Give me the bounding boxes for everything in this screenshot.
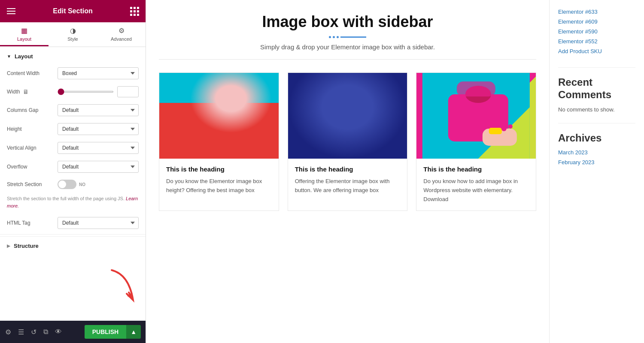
image-box-img-3 [416, 73, 536, 159]
layout-icon: ▦ [21, 27, 27, 35]
dot-small-1 [329, 36, 331, 38]
title-divider [159, 36, 536, 38]
overflow-label: Overflow [7, 164, 54, 170]
svg-point-10 [324, 81, 371, 133]
structure-section-title: Structure [14, 243, 39, 249]
main-content: Image box with sidebar Simply drag & dro… [146, 0, 644, 343]
grid-icon[interactable] [130, 7, 139, 16]
svg-rect-8 [294, 73, 401, 159]
panel-bottom-bar: ⚙ ☰ ↺ ⧉ 👁 PUBLISH ▲ [0, 321, 146, 343]
height-select[interactable]: Default Fit to Screen Min Height [58, 123, 139, 135]
stretch-toggle-container: NO [58, 180, 139, 189]
tab-style-label: Style [67, 36, 78, 42]
sidebar-link-3[interactable]: Elementor #590 [558, 28, 635, 35]
layout-section-title: Layout [15, 53, 33, 60]
image-box-img-2 [288, 73, 407, 159]
style-icon: ◑ [70, 27, 76, 35]
height-row: Height Default Fit to Screen Min Height [0, 120, 146, 138]
preview-bottom-icon[interactable]: 👁 [55, 328, 62, 336]
settings-bottom-icon[interactable]: ⚙ [5, 328, 11, 336]
structure-section-header[interactable]: ▶ Structure [0, 236, 146, 253]
image-box-content-3: This is the heading Do you know how to a… [416, 159, 536, 211]
toggle-off-label: NO [79, 182, 85, 187]
vertical-align-select[interactable]: Default Top Middle Bottom [58, 142, 139, 154]
image-box-3: This is the heading Do you know how to a… [416, 72, 536, 211]
svg-marker-7 [217, 90, 238, 114]
content-width-row: Content Width Boxed Full Width [0, 64, 146, 83]
height-label: Height [7, 126, 54, 132]
html-tag-select[interactable]: Default header main footer article secti… [58, 217, 139, 229]
publish-container: PUBLISH ▲ [85, 325, 141, 339]
image-box-text-2: Offering the Elementor image box with bu… [295, 177, 401, 195]
sidebar-link-5[interactable]: Add Product SKU [558, 48, 635, 54]
archive-link-2[interactable]: February 2023 [558, 159, 635, 165]
publish-button[interactable]: PUBLISH [85, 325, 126, 339]
image-box-img-1 [159, 73, 279, 159]
svg-rect-22 [489, 128, 502, 134]
svg-point-14 [341, 121, 354, 128]
history-bottom-icon[interactable]: ↺ [31, 328, 36, 336]
tab-advanced-label: Advanced [111, 36, 132, 42]
html-tag-control: Default header main footer article secti… [58, 217, 139, 229]
tab-layout-label: Layout [17, 36, 31, 42]
image-boxes-grid: This is the heading Do you know the Elem… [159, 72, 536, 211]
svg-point-12 [337, 111, 344, 116]
columns-gap-select[interactable]: Default No Gap Narrow Extended Wide [58, 104, 139, 116]
sidebar: Elementor #633 Elementor #609 Elementor … [550, 0, 644, 343]
html-tag-row: HTML Tag Default header main footer arti… [0, 214, 146, 232]
archive-link-1[interactable]: March 2023 [558, 149, 635, 156]
title-line [340, 36, 366, 38]
svg-rect-6 [217, 111, 247, 159]
width-row: Width 🖥 [0, 83, 146, 101]
svg-rect-1 [165, 73, 273, 159]
page-subtitle: Simply drag & drop your Elementor image … [159, 43, 536, 51]
archives-section: Archives March 2023 February 2023 [558, 132, 635, 165]
image-box-1: This is the heading Do you know the Elem… [159, 72, 279, 211]
overflow-row: Overflow Default Hidden [0, 157, 146, 176]
panel-title: Edit Section [53, 7, 92, 15]
bottom-icons: ⚙ ☰ ↺ ⧉ 👁 [5, 328, 62, 336]
vertical-align-control: Default Top Middle Bottom [58, 142, 139, 154]
stretch-section-control: NO [58, 180, 139, 189]
image-box-heading-1: This is the heading [166, 165, 272, 173]
width-value-input[interactable] [117, 86, 139, 97]
image-box-heading-2: This is the heading [295, 165, 401, 173]
tab-layout[interactable]: ▦ Layout [0, 22, 49, 46]
tab-advanced[interactable]: ⚙ Advanced [97, 22, 146, 46]
stretch-section-label: Stretch Section [7, 181, 54, 187]
responsive-bottom-icon[interactable]: ⧉ [43, 328, 48, 336]
vertical-align-row: Vertical Align Default Top Middle Bottom [0, 138, 146, 157]
stretch-hint: Stretch the section to the full width of… [0, 193, 146, 214]
structure-arrow-icon: ▶ [7, 244, 10, 248]
svg-point-9 [317, 75, 377, 139]
overflow-select[interactable]: Default Hidden [58, 161, 139, 173]
content-area: Image box with sidebar Simply drag & dro… [146, 0, 550, 343]
hamburger-icon[interactable] [7, 8, 15, 14]
recent-comments-section: Recent Comments No comments to show. [558, 76, 635, 113]
panel-tabs: ▦ Layout ◑ Style ⚙ Advanced [0, 22, 146, 47]
columns-gap-control: Default No Gap Narrow Extended Wide [58, 104, 139, 116]
width-slider[interactable] [58, 91, 114, 93]
publish-dropdown-button[interactable]: ▲ [126, 325, 141, 339]
svg-point-5 [217, 77, 247, 116]
layers-bottom-icon[interactable]: ☰ [18, 328, 24, 336]
sidebar-link-2[interactable]: Elementor #609 [558, 18, 635, 25]
image-box-text-3: Do you know how to add image box in Word… [423, 177, 529, 204]
image-box-content-2: This is the heading Offering the Element… [288, 159, 407, 202]
sidebar-link-1[interactable]: Elementor #633 [558, 9, 635, 15]
image-box-content-1: This is the heading Do you know the Elem… [159, 159, 279, 202]
svg-rect-3 [217, 73, 273, 129]
sidebar-link-4[interactable]: Elementor #552 [558, 38, 635, 45]
content-width-control: Boxed Full Width [58, 67, 139, 79]
panel-header: Edit Section [0, 0, 146, 22]
svg-rect-2 [165, 103, 273, 159]
content-width-select[interactable]: Boxed Full Width [58, 67, 139, 79]
tab-style[interactable]: ◑ Style [49, 22, 97, 46]
stretch-toggle[interactable] [58, 180, 76, 189]
stretch-section-row: Stretch Section NO [0, 176, 146, 193]
width-slider-container [58, 86, 139, 97]
svg-rect-15 [354, 120, 369, 146]
layout-arrow-icon: ▼ [7, 54, 11, 59]
svg-rect-4 [165, 73, 217, 103]
layout-section-header[interactable]: ▼ Layout [0, 47, 146, 64]
